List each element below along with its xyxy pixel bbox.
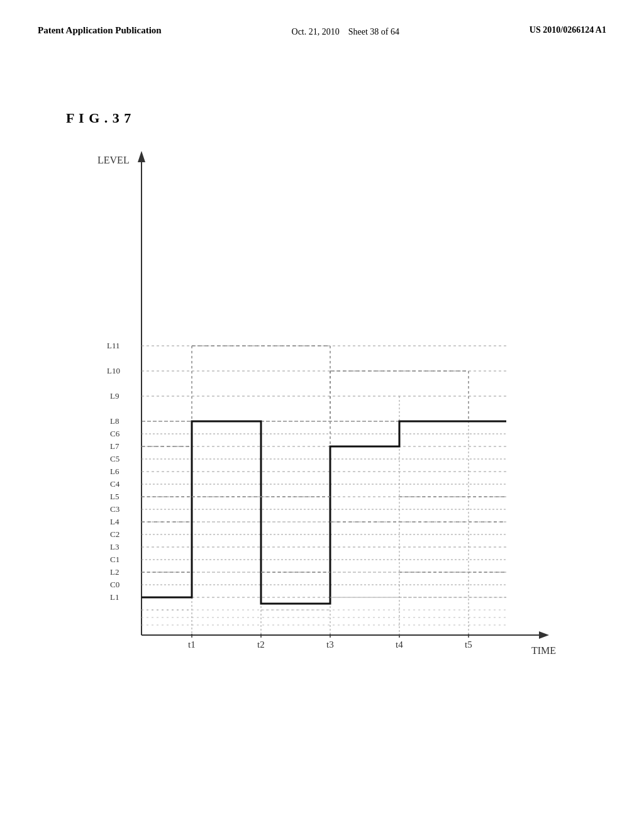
figure-title: F I G . 3 7 (66, 110, 131, 126)
label-L3: L3 (110, 542, 119, 551)
label-C3: C3 (110, 504, 119, 514)
chart-container: LEVEL TIME L11 L10 L9 L8 C6 L7 (66, 145, 569, 711)
page: Patent Application Publication Oct. 21, … (0, 0, 644, 830)
tick-t5: t5 (465, 639, 472, 650)
y-axis-label: LEVEL (97, 155, 130, 165)
label-L8: L8 (110, 416, 119, 426)
main-waveform (142, 421, 506, 604)
publication-date: Oct. 21, 2010 (292, 27, 340, 36)
label-C4: C4 (110, 479, 120, 489)
chart-svg: LEVEL TIME L11 L10 L9 L8 C6 L7 (66, 145, 569, 711)
publication-title: Patent Application Publication (38, 25, 162, 35)
tick-t3: t3 (326, 639, 334, 650)
label-C6: C6 (110, 429, 120, 438)
label-L4: L4 (110, 517, 119, 526)
label-L7: L7 (110, 441, 119, 451)
label-L6: L6 (110, 467, 119, 476)
label-C2: C2 (110, 529, 119, 539)
label-L9: L9 (110, 391, 119, 401)
tick-t1: t1 (188, 639, 196, 650)
label-L2: L2 (110, 567, 119, 577)
label-L11: L11 (107, 341, 119, 350)
label-L10: L10 (107, 366, 120, 375)
patent-number: US 2010/0266124 A1 (530, 25, 606, 35)
svg-marker-3 (539, 631, 549, 639)
header-left: Patent Application Publication (38, 25, 162, 36)
x-axis-label: TIME (531, 645, 556, 656)
label-C1: C1 (110, 555, 119, 564)
label-L1: L1 (110, 592, 119, 602)
tick-t2: t2 (257, 639, 265, 650)
header-right: US 2010/0266124 A1 (530, 25, 606, 35)
label-C5: C5 (110, 454, 119, 463)
sheet-info: Sheet 38 of 64 (348, 27, 399, 36)
label-L5: L5 (110, 492, 119, 501)
svg-marker-1 (138, 151, 145, 162)
label-C0: C0 (110, 580, 119, 589)
tick-t4: t4 (396, 639, 403, 650)
page-header: Patent Application Publication Oct. 21, … (0, 0, 644, 39)
header-center: Oct. 21, 2010 Sheet 38 of 64 (292, 25, 399, 39)
